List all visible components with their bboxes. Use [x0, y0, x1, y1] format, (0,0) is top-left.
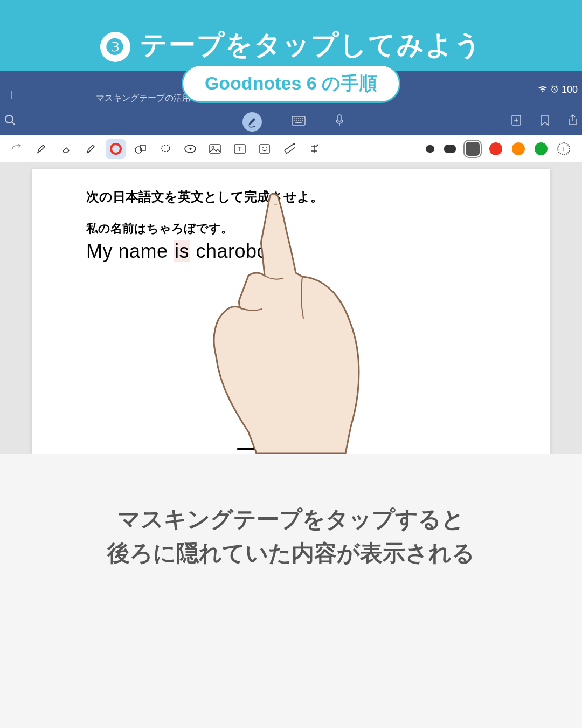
- color-gray-selected[interactable]: [466, 142, 480, 156]
- color-orange[interactable]: [512, 142, 525, 155]
- svg-point-22: [135, 147, 142, 153]
- redo-icon[interactable]: [6, 139, 27, 159]
- svg-point-11: [294, 120, 295, 121]
- svg-point-32: [262, 147, 264, 148]
- svg-point-14: [300, 120, 301, 121]
- svg-point-10: [302, 118, 303, 119]
- color-add-button[interactable]: +: [557, 142, 570, 155]
- svg-point-3: [5, 115, 13, 123]
- canvas-area[interactable]: 次の日本語文を英文として完成させよ。 私の名前はちゃろぼです。 My name …: [0, 162, 582, 454]
- stroke-thin[interactable]: [426, 145, 434, 153]
- tape-tool-icon: [110, 143, 122, 155]
- svg-point-35: [317, 144, 318, 146]
- eraser-tool-icon[interactable]: [56, 139, 77, 159]
- tape-tool-button[interactable]: [106, 139, 126, 159]
- step-title: テープをタップしてみよう: [140, 30, 482, 60]
- shape-tool-icon[interactable]: [130, 139, 151, 159]
- svg-line-4: [12, 122, 15, 125]
- svg-point-28: [212, 146, 214, 148]
- badge-wrapper: Goodnotes 6 の手順: [0, 79, 582, 103]
- tool-toolbar: ★ T +: [0, 135, 582, 162]
- color-green[interactable]: [535, 142, 548, 155]
- app-screenshot: 100 マスキングテープの活用 ⌄ ×: [0, 71, 582, 454]
- keyboard-icon[interactable]: [292, 115, 306, 129]
- svg-point-13: [298, 120, 299, 121]
- image-tool-icon[interactable]: [205, 139, 225, 159]
- text-tool-icon[interactable]: T: [230, 139, 250, 159]
- comment-tool-icon[interactable]: ★: [180, 139, 200, 159]
- svg-rect-27: [210, 145, 220, 153]
- svg-text:T: T: [238, 146, 242, 152]
- svg-point-6: [294, 118, 295, 119]
- svg-point-8: [298, 118, 299, 119]
- microphone-icon[interactable]: [335, 114, 344, 129]
- color-section: +: [426, 142, 576, 156]
- procedure-badge: Goodnotes 6 の手順: [182, 64, 400, 103]
- svg-rect-31: [260, 145, 269, 153]
- step-number-badge: ❸: [100, 32, 130, 62]
- svg-rect-16: [295, 122, 302, 123]
- pointing-hand-illustration: [178, 189, 383, 454]
- bookmark-icon[interactable]: [541, 114, 549, 129]
- svg-point-7: [296, 118, 297, 119]
- search-icon[interactable]: [4, 114, 16, 129]
- lasso-tool-icon[interactable]: [155, 139, 176, 159]
- svg-text:★: ★: [189, 147, 192, 152]
- pen-tool-icon[interactable]: [31, 139, 52, 159]
- ai-tool-icon[interactable]: [304, 139, 324, 159]
- primary-toolbar: [0, 108, 582, 135]
- share-icon[interactable]: [568, 114, 578, 129]
- pen-mode-button[interactable]: [242, 112, 262, 132]
- color-red[interactable]: [489, 142, 502, 155]
- ruler-tool-icon[interactable]: [279, 139, 300, 159]
- svg-rect-17: [338, 115, 341, 121]
- svg-point-33: [266, 147, 267, 148]
- caption-line1: マスキングテープをタップすると: [22, 502, 560, 536]
- svg-point-15: [302, 120, 303, 121]
- caption-line2: 後ろに隠れていた内容が表示される: [22, 536, 560, 570]
- svg-rect-34: [285, 143, 295, 153]
- svg-point-12: [296, 120, 297, 121]
- highlighter-tool-icon[interactable]: [81, 139, 101, 159]
- stroke-medium[interactable]: [444, 145, 456, 153]
- caption: マスキングテープをタップすると 後ろに隠れていた内容が表示される: [0, 454, 582, 592]
- sticker-tool-icon[interactable]: [254, 139, 275, 159]
- add-page-icon[interactable]: [511, 114, 522, 129]
- svg-point-9: [300, 118, 301, 119]
- svg-point-24: [161, 145, 170, 152]
